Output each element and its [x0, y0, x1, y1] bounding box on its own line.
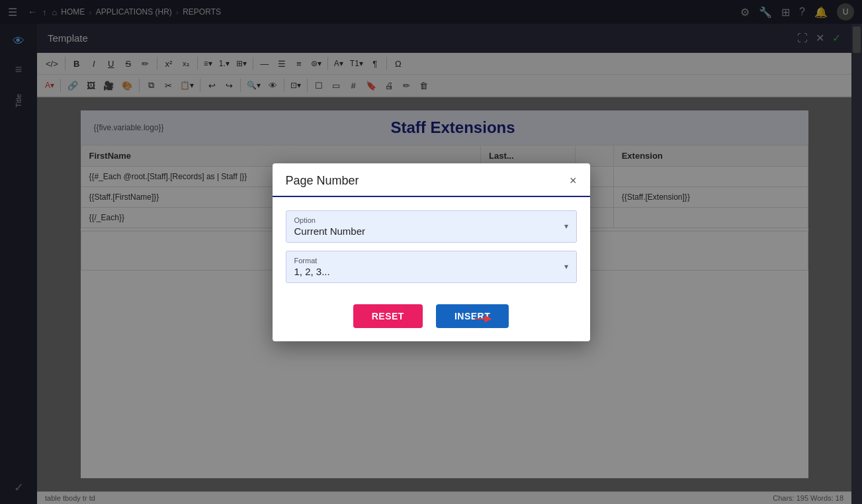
option-label: Option: [294, 216, 568, 224]
modal-footer: RESET INSERT: [273, 296, 590, 341]
reset-button[interactable]: RESET: [353, 304, 423, 328]
format-field[interactable]: Format 1, 2, 3... i, ii, iii... I, II, I…: [286, 251, 577, 283]
insert-arrow-indicator: [472, 309, 492, 329]
option-select[interactable]: Current Number Total Pages: [294, 226, 568, 237]
format-label: Format: [294, 257, 568, 265]
modal-title: Page Number: [286, 174, 359, 188]
page-number-modal: Page Number × Option Current Number Tota…: [273, 163, 590, 341]
modal-overlay: Page Number × Option Current Number Tota…: [0, 0, 862, 504]
option-field[interactable]: Option Current Number Total Pages ▾: [286, 210, 577, 243]
modal-close-button[interactable]: ×: [570, 175, 577, 187]
modal-body: Option Current Number Total Pages ▾ Form…: [273, 197, 590, 296]
modal-header: Page Number ×: [273, 163, 590, 197]
format-select[interactable]: 1, 2, 3... i, ii, iii... I, II, III... a…: [294, 266, 568, 277]
